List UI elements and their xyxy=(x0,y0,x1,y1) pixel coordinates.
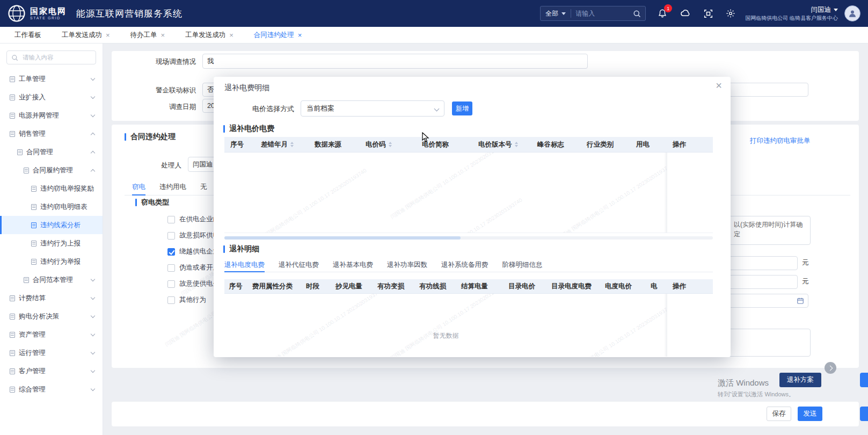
theft-type-option[interactable]: 在供电企业的 xyxy=(167,214,220,225)
violation-tab[interactable]: 违约用电 xyxy=(159,179,186,195)
sidebar-item[interactable]: 客户管理 xyxy=(0,362,103,380)
theft-type-option[interactable]: 故意使供电企 xyxy=(167,278,220,289)
column-header[interactable]: 操作 xyxy=(667,137,713,152)
price-mode-select[interactable]: 当前档案 xyxy=(301,100,444,117)
sidebar-item[interactable]: 运行管理 xyxy=(0,344,103,362)
column-header[interactable]: 电度电价 xyxy=(600,279,645,293)
column-header[interactable]: 峰谷标志 xyxy=(532,137,581,152)
section-accent-bar xyxy=(223,245,225,253)
column-header[interactable]: 序号 xyxy=(224,279,247,293)
sidebar-item[interactable]: 违约线索分析 xyxy=(0,216,103,234)
save-button[interactable]: 保存 xyxy=(767,407,791,421)
close-icon[interactable] xyxy=(161,32,165,39)
nav-tab[interactable]: 待办工单 xyxy=(120,27,176,43)
checkbox[interactable] xyxy=(167,296,175,304)
print-approval-link[interactable]: 打印违约窃电审批单 xyxy=(750,136,811,146)
column-header[interactable]: 目录电价 xyxy=(503,279,546,293)
column-header[interactable]: 有功线损 xyxy=(414,279,456,293)
column-header[interactable]: 数据来源 xyxy=(309,137,360,152)
sort-icon[interactable] xyxy=(515,142,518,147)
sort-icon[interactable] xyxy=(290,142,294,147)
sidebar-item[interactable]: 购电分析决策 xyxy=(0,307,103,325)
sidebar-item[interactable]: 资产管理 xyxy=(0,325,103,344)
sidebar-item[interactable]: 违约行为上报 xyxy=(0,234,103,252)
column-header[interactable]: 目录电度电费 xyxy=(546,279,600,293)
column-header[interactable]: 费用属性分类 xyxy=(247,279,301,293)
theft-type-option[interactable]: 伪造或者开启 xyxy=(167,262,220,273)
column-header[interactable]: 序号 xyxy=(224,137,256,152)
column-header[interactable]: 电 xyxy=(645,279,667,293)
nav-tab[interactable]: 工单发送成功 xyxy=(52,27,120,43)
scrollbar-thumb[interactable] xyxy=(224,236,461,240)
sidebar-item[interactable]: 业扩接入 xyxy=(0,88,103,106)
side-drawer-handle[interactable] xyxy=(860,407,868,421)
user-avatar[interactable] xyxy=(844,5,860,21)
detail-tab[interactable]: 退补系统备用费 xyxy=(441,258,488,272)
column-header[interactable]: 抄见电量 xyxy=(330,279,372,293)
violation-tab[interactable]: 窃电 xyxy=(132,179,145,195)
checkbox[interactable] xyxy=(167,264,175,272)
sidebar-search-input[interactable] xyxy=(21,54,91,61)
theft-type-option[interactable]: 其他行为 xyxy=(167,294,220,306)
theft-type-option[interactable]: 绕越供电企业 xyxy=(167,246,220,257)
cloud-sync-button[interactable] xyxy=(680,9,691,18)
refund-plan-button[interactable]: 退补方案 xyxy=(779,373,821,387)
chevron-icon xyxy=(91,313,95,317)
close-icon[interactable] xyxy=(229,32,234,39)
detail-tab[interactable]: 退补基本电费 xyxy=(333,258,373,272)
theft-type-option[interactable]: 故意损坏供电 xyxy=(167,230,220,241)
sort-icon[interactable] xyxy=(389,142,392,147)
sidebar-item[interactable]: 违约行为举报 xyxy=(0,252,103,271)
settings-button[interactable] xyxy=(726,9,735,18)
nav-tab[interactable]: 工作看板 xyxy=(4,27,52,43)
nav-tab[interactable]: 工单发送成功 xyxy=(175,27,244,43)
sidebar-item[interactable]: 工单管理 xyxy=(0,70,103,88)
sidebar-item[interactable]: 合同履约管理 xyxy=(0,161,103,179)
column-header[interactable]: 电价版本号 xyxy=(473,137,532,152)
notification-button[interactable]: 1 xyxy=(658,9,667,18)
detail-tab[interactable]: 退补电度电费 xyxy=(224,258,265,272)
document-icon xyxy=(31,241,37,247)
sidebar-item[interactable]: 合同管理 xyxy=(0,143,103,161)
close-icon[interactable] xyxy=(106,32,110,39)
document-icon xyxy=(10,332,15,338)
column-header[interactable]: 结算电量 xyxy=(456,279,503,293)
column-header[interactable]: 差错年月 xyxy=(256,137,309,152)
violation-tab[interactable]: 无 xyxy=(200,179,207,195)
column-header[interactable]: 有功变损 xyxy=(372,279,414,293)
sidebar-item[interactable]: 计费结算 xyxy=(0,289,103,307)
add-button[interactable]: 新增 xyxy=(452,102,472,115)
column-header[interactable]: 行业类别 xyxy=(581,137,631,152)
sidebar-item[interactable]: 违约窃电举报奖励 xyxy=(0,179,103,198)
column-header[interactable]: 用电 xyxy=(631,137,667,152)
search-button[interactable] xyxy=(628,6,645,20)
survey-situation-input[interactable] xyxy=(202,54,588,69)
close-icon[interactable] xyxy=(298,32,302,39)
sidebar-item[interactable]: 违约窃电明细表 xyxy=(0,198,103,216)
nav-tab[interactable]: 合同违约处理 xyxy=(244,27,312,43)
expand-handle[interactable] xyxy=(825,362,836,374)
sidebar-item[interactable]: 合同范本管理 xyxy=(0,271,103,289)
checkbox[interactable] xyxy=(167,232,175,240)
user-menu[interactable]: 闫国迪 国网临猗供电公司 临猗县客户服务中心 xyxy=(745,5,838,21)
column-header[interactable]: 操作 xyxy=(667,279,713,293)
sidebar-item[interactable]: 电源并网管理 xyxy=(0,106,103,125)
checkbox[interactable] xyxy=(167,248,175,256)
send-button[interactable]: 发送 xyxy=(798,407,822,421)
close-icon[interactable] xyxy=(716,80,722,91)
modal-section-header: 退补电价电费 xyxy=(223,124,274,134)
column-header[interactable]: 电价简称 xyxy=(417,137,473,152)
column-header[interactable]: 时段 xyxy=(301,279,330,293)
detail-tab[interactable]: 阶梯明细信息 xyxy=(502,258,543,272)
search-scope-select[interactable]: 全部 xyxy=(541,6,571,20)
detail-tab[interactable]: 退补功率因数 xyxy=(387,258,427,272)
sidebar-item[interactable]: 销售管理 xyxy=(0,125,103,143)
checkbox[interactable] xyxy=(167,216,175,223)
sidebar-item[interactable]: 综合管理 xyxy=(0,380,103,398)
column-header[interactable]: 电价码 xyxy=(360,137,417,152)
search-input[interactable] xyxy=(571,10,628,17)
side-drawer-handle[interactable] xyxy=(860,373,868,387)
fullscreen-button[interactable] xyxy=(704,9,713,18)
detail-tab[interactable]: 退补代征电费 xyxy=(279,258,319,272)
checkbox[interactable] xyxy=(167,280,175,288)
